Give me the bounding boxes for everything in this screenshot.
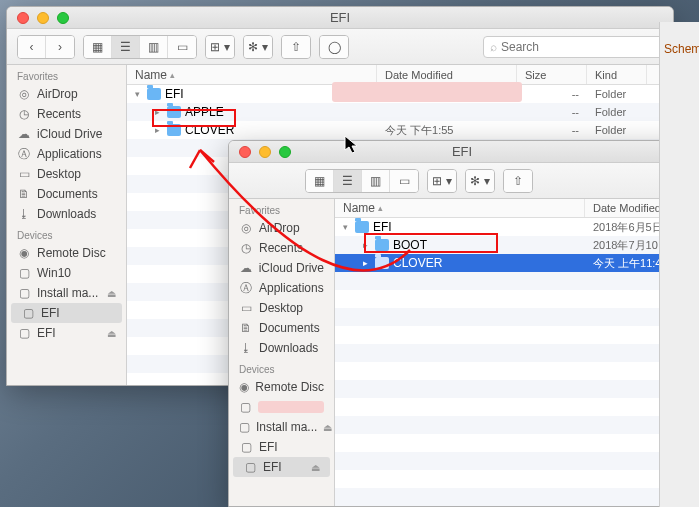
airdrop-icon: ◎ xyxy=(239,221,253,235)
arrange-button[interactable]: ⊞ ▾ xyxy=(428,170,456,192)
sidebar-item-remote-disc[interactable]: ◉Remote Disc xyxy=(7,243,126,263)
view-list-button[interactable]: ☰ xyxy=(112,36,140,58)
sidebar-item-icloud[interactable]: ☁iCloud Drive xyxy=(7,124,126,144)
column-name[interactable]: Name ▴ xyxy=(335,199,585,217)
sidebar-item-desktop[interactable]: ▭Desktop xyxy=(229,298,334,318)
arrange-button[interactable]: ⊞ ▾ xyxy=(206,36,234,58)
minimize-button[interactable] xyxy=(37,12,49,24)
documents-icon: 🗎 xyxy=(239,321,253,335)
sidebar-item-win10[interactable]: ▢Win10 xyxy=(7,263,126,283)
folder-icon xyxy=(355,221,369,233)
sidebar-item-censored[interactable]: ▢ xyxy=(229,397,334,417)
sidebar-item-downloads[interactable]: ⭳Downloads xyxy=(229,338,334,358)
table-row xyxy=(335,290,695,308)
sidebar-item-install[interactable]: ▢Install ma...⏏ xyxy=(7,283,126,303)
chevron-right-icon[interactable]: ▸ xyxy=(363,240,371,250)
view-column-button[interactable]: ▥ xyxy=(140,36,168,58)
folder-icon xyxy=(167,124,181,136)
sidebar-item-applications[interactable]: ⒶApplications xyxy=(7,144,126,164)
close-button[interactable] xyxy=(17,12,29,24)
view-icon-button[interactable]: ▦ xyxy=(84,36,112,58)
close-button[interactable] xyxy=(239,146,251,158)
drive-icon: ▢ xyxy=(17,286,31,300)
scheme-label: Scheme xyxy=(660,40,699,58)
back-button[interactable]: ‹ xyxy=(18,36,46,58)
sidebar-item-applications[interactable]: ⒶApplications xyxy=(229,278,334,298)
table-row xyxy=(335,380,695,398)
table-row[interactable]: ▸CLOVER 今天 下午1:55 -- Folder xyxy=(127,121,673,139)
titlebar[interactable]: EFI xyxy=(229,141,695,163)
share-button[interactable]: ⇧ xyxy=(282,36,310,58)
sidebar-item-downloads[interactable]: ⭳Downloads xyxy=(7,204,126,224)
disc-icon: ◉ xyxy=(17,246,31,260)
sidebar-item-efi[interactable]: ▢EFI xyxy=(229,437,334,457)
forward-button[interactable]: › xyxy=(46,36,74,58)
sidebar-item-recents[interactable]: ◷Recents xyxy=(7,104,126,124)
finder-window-2: EFI ‹› ▦ ☰ ▥ ▭ ⊞ ▾ ✻ ▾ ⇧ Favorites ◎AirD… xyxy=(228,140,696,507)
drive-icon: ▢ xyxy=(17,326,31,340)
desktop-icon: ▭ xyxy=(17,167,31,181)
eject-icon[interactable]: ⏏ xyxy=(311,462,320,473)
window-title: EFI xyxy=(7,10,673,25)
toolbar: ‹ › ▦ ☰ ▥ ▭ ⊞ ▾ ✻ ▾ ⇧ ◯ ⌕ xyxy=(7,29,673,65)
action-button[interactable]: ✻ ▾ xyxy=(466,170,494,192)
apps-icon: Ⓐ xyxy=(239,281,253,295)
chevron-right-icon[interactable]: ▸ xyxy=(155,107,163,117)
sidebar-item-airdrop[interactable]: ◎AirDrop xyxy=(7,84,126,104)
sort-asc-icon: ▴ xyxy=(378,203,383,213)
sidebar-item-efi[interactable]: ▢EFI xyxy=(11,303,122,323)
clock-icon: ◷ xyxy=(17,107,31,121)
search-input[interactable] xyxy=(501,40,656,54)
eject-icon[interactable]: ⏏ xyxy=(323,422,332,433)
table-row[interactable]: ▸APPLE -- Folder xyxy=(127,103,673,121)
sidebar-item-documents[interactable]: 🗎Documents xyxy=(229,318,334,338)
downloads-icon: ⭳ xyxy=(239,341,253,355)
sidebar-item-icloud[interactable]: ☁iCloud Drive xyxy=(229,258,334,278)
titlebar[interactable]: EFI xyxy=(7,7,673,29)
eject-icon[interactable]: ⏏ xyxy=(107,288,116,299)
zoom-button[interactable] xyxy=(279,146,291,158)
search-box[interactable]: ⌕ xyxy=(483,36,663,58)
sidebar-item-documents[interactable]: 🗎Documents xyxy=(7,184,126,204)
table-row[interactable]: ▸CLOVER 今天 上午11:49 xyxy=(335,254,695,272)
action-button[interactable]: ✻ ▾ xyxy=(244,36,272,58)
table-row[interactable]: ▾EFI 2018年6月5日 下 xyxy=(335,218,695,236)
sidebar-item-efi-2[interactable]: ▢EFI⏏ xyxy=(7,323,126,343)
devices-heading: Devices xyxy=(7,224,126,243)
censored-area xyxy=(332,82,522,102)
zoom-button[interactable] xyxy=(57,12,69,24)
eject-icon[interactable]: ⏏ xyxy=(107,328,116,339)
sidebar-item-airdrop[interactable]: ◎AirDrop xyxy=(229,218,334,238)
sidebar-item-desktop[interactable]: ▭Desktop xyxy=(7,164,126,184)
sidebar-item-install[interactable]: ▢Install ma...⏏ xyxy=(229,417,334,437)
right-panel: Scheme xyxy=(659,22,699,507)
search-icon: ⌕ xyxy=(490,40,497,54)
view-list-button[interactable]: ☰ xyxy=(334,170,362,192)
view-column-button[interactable]: ▥ xyxy=(362,170,390,192)
column-size[interactable]: Size xyxy=(517,65,587,84)
table-row xyxy=(335,308,695,326)
table-row xyxy=(335,416,695,434)
chevron-down-icon[interactable]: ▾ xyxy=(135,89,143,99)
chevron-down-icon[interactable]: ▾ xyxy=(343,222,351,232)
table-row xyxy=(335,488,695,506)
minimize-button[interactable] xyxy=(259,146,271,158)
sidebar-item-efi-2[interactable]: ▢EFI⏏ xyxy=(233,457,330,477)
table-row[interactable]: ▸BOOT 2018年7月10日 下 xyxy=(335,236,695,254)
sidebar-item-recents[interactable]: ◷Recents xyxy=(229,238,334,258)
view-gallery-button[interactable]: ▭ xyxy=(390,170,418,192)
view-gallery-button[interactable]: ▭ xyxy=(168,36,196,58)
chevron-right-icon[interactable]: ▸ xyxy=(155,125,163,135)
cursor-icon xyxy=(344,135,360,155)
clock-icon: ◷ xyxy=(239,241,253,255)
chevron-right-icon[interactable]: ▸ xyxy=(363,258,371,268)
share-button[interactable]: ⇧ xyxy=(504,170,532,192)
sidebar-item-remote-disc[interactable]: ◉Remote Disc xyxy=(229,377,334,397)
view-icon-button[interactable]: ▦ xyxy=(306,170,334,192)
file-list: Name ▴ Date Modified ▾EFI 2018年6月5日 下 ▸B… xyxy=(335,199,695,506)
table-row xyxy=(335,272,695,290)
table-row xyxy=(335,326,695,344)
column-kind[interactable]: Kind xyxy=(587,65,647,84)
view-buttons: ▦ ☰ ▥ ▭ xyxy=(83,35,197,59)
tags-button[interactable]: ◯ xyxy=(320,36,348,58)
